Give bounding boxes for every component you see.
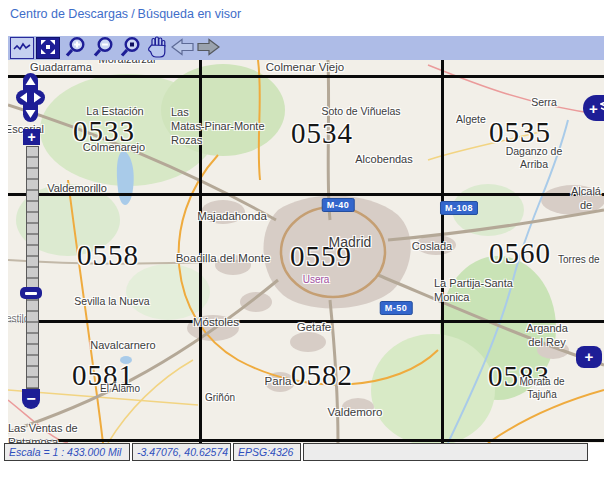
town-label: Sevilla la Nueva: [74, 295, 149, 308]
town-label: Parla: [265, 374, 292, 388]
overview-map-button[interactable]: +: [576, 346, 602, 368]
breadcrumb: Centro de Descargas/Búsqueda en visor: [10, 7, 241, 21]
zoom-box-button[interactable]: [118, 37, 142, 59]
pan-hand-icon: [147, 36, 167, 61]
zoom-out-button[interactable]: [91, 37, 115, 59]
town-label: El Álamo: [100, 383, 140, 396]
maximize-extent-icon: [40, 39, 56, 58]
road-badge: M-50: [380, 301, 413, 315]
town-label: Navalcarnero: [90, 339, 155, 353]
town-label: Daganzo de Arriba: [499, 145, 569, 171]
town-label: Madrid: [329, 234, 372, 252]
town-label: Las Matas-Pinar-Monte Rozas: [171, 106, 265, 147]
town-label: Alcobendas: [355, 153, 413, 167]
layers-icon: [600, 99, 604, 118]
zoom-in-button[interactable]: [63, 37, 87, 59]
town-label: Colmenar Viejo: [266, 60, 344, 74]
sheet-number: 0560: [489, 237, 551, 270]
town-label: Algete: [456, 113, 486, 126]
crs-readout: EPSG:4326: [233, 443, 301, 461]
zoom-out-icon: [92, 36, 114, 61]
back-arrow-icon: [171, 38, 195, 59]
town-label: Morata de Tajuña: [511, 376, 573, 401]
town-label: Valdemoro: [328, 405, 383, 419]
town-label: Móstoles: [193, 315, 239, 329]
road-badge: M-108: [440, 201, 478, 215]
breadcrumb-separator: /: [131, 7, 134, 21]
town-label: Boadilla del Monte: [176, 251, 271, 265]
zoom-box-icon: [119, 36, 141, 61]
town-label: Arganda del Rey: [519, 322, 576, 350]
coordinates-readout: -3.47076, 40.62574: [132, 443, 231, 461]
sheet-number: 0582: [291, 359, 353, 392]
road-badge: M-40: [322, 198, 355, 212]
town-label: Getafe: [297, 320, 332, 334]
town-label: Valdemorillo: [47, 182, 107, 196]
sheet-number: 0558: [77, 239, 139, 272]
layer-switcher-button[interactable]: +: [583, 95, 604, 121]
grid-line-horizontal: [8, 439, 604, 442]
zoom-out-step-button[interactable]: −: [22, 389, 40, 409]
town-label: Coslada: [412, 240, 452, 254]
status-empty-cell: [303, 443, 588, 461]
grid-line-horizontal: [8, 75, 604, 78]
forward-arrow-icon: [196, 38, 220, 59]
breadcrumb-link-centro-descargas[interactable]: Centro de Descargas: [10, 7, 128, 21]
maximize-extent-button[interactable]: [36, 37, 60, 59]
breadcrumb-link-busqueda-visor[interactable]: Búsqueda en visor: [138, 7, 242, 21]
zoom-initial-extent-button[interactable]: [10, 37, 34, 59]
zoom-slider-handle[interactable]: [20, 287, 42, 299]
town-label: La Partija-Santa Monica: [434, 277, 513, 305]
pan-button[interactable]: [145, 37, 169, 59]
zoom-slider-track[interactable]: [26, 146, 39, 389]
history-forward-button[interactable]: [196, 37, 220, 59]
status-bar: Escala = 1 : 433.000 Mil -3.47076, 40.62…: [4, 443, 588, 461]
town-label: Las Ventas de Retamosa: [8, 422, 78, 443]
town-label: Griñón: [205, 392, 235, 405]
town-label: Serra: [531, 96, 557, 109]
page: { "breadcrumb": { "item1": "Centro de De…: [0, 0, 604, 481]
pan-control[interactable]: [16, 73, 45, 122]
town-label: Colmenarejo: [83, 141, 145, 155]
sheet-number: 0535: [489, 116, 551, 149]
map-viewport[interactable]: + − + + 05330534053505580559056005810582…: [8, 60, 604, 443]
history-back-button[interactable]: [171, 37, 195, 59]
town-label: Majadahonda: [197, 209, 267, 223]
zoom-slider-handle-bar: [25, 292, 37, 295]
zoom-initial-extent-icon: [13, 40, 31, 57]
map-toolbar: [8, 36, 604, 60]
town-label: La Estación: [86, 105, 143, 119]
zoom-in-step-button[interactable]: +: [23, 129, 40, 145]
town-label: Usera: [303, 274, 330, 287]
town-label: Moralzarzal: [99, 60, 156, 67]
town-label: Alcalá de: [571, 185, 601, 213]
zoom-in-icon: [64, 36, 86, 61]
layer-switcher-plus-label: +: [589, 101, 598, 116]
sheet-number: 0534: [291, 117, 353, 150]
scale-readout: Escala = 1 : 433.000 Mil: [4, 443, 130, 461]
town-label: Soto de Viñuelas: [321, 105, 400, 118]
town-label: Torres de: [558, 254, 600, 267]
